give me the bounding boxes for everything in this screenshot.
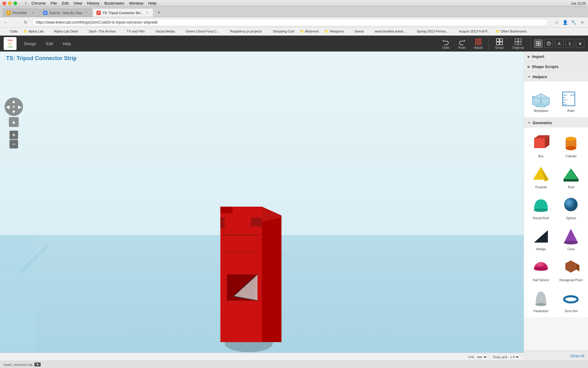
show-all-button[interactable]: Show All bbox=[570, 354, 584, 358]
bookmark-alphalab[interactable]: 📁 Alpha Lab bbox=[21, 29, 46, 34]
nav-help[interactable]: Help bbox=[60, 40, 74, 47]
shape-sphere[interactable]: Sphere bbox=[557, 192, 586, 222]
helpers-header[interactable]: ▼ Helpers bbox=[524, 72, 588, 82]
nav-edit[interactable]: Edit bbox=[43, 40, 55, 47]
tinkercad-logo[interactable]: TINK ER CAD bbox=[4, 37, 17, 50]
redo-button[interactable]: Redo bbox=[456, 37, 468, 51]
minimize-button[interactable] bbox=[8, 2, 12, 5]
bookmark-spring[interactable]: 📄 Spring 2013 Perma... bbox=[409, 29, 451, 34]
bookmark-green-cloud[interactable]: 📄 Green Cloud Food C... bbox=[178, 29, 222, 34]
zoom-in-button[interactable]: + bbox=[9, 131, 18, 139]
nav-design[interactable]: Design bbox=[21, 40, 39, 47]
new-tab-button[interactable]: + bbox=[155, 8, 163, 17]
bookmark-allotment[interactable]: 📁 Allotment bbox=[297, 29, 321, 34]
grid-view-icon[interactable] bbox=[534, 39, 543, 48]
bookmark-raspberry[interactable]: 📄 Raspberry pi projects bbox=[223, 29, 265, 34]
tab-close-plex[interactable]: × bbox=[31, 11, 35, 15]
tab-close-ts[interactable]: × bbox=[145, 11, 149, 15]
roof-preview bbox=[560, 163, 582, 184]
unit-selector[interactable]: Unit mm in cm bbox=[468, 354, 488, 360]
undo-button[interactable]: Undo bbox=[440, 37, 452, 51]
right-panel: ▶ Import ▶ Shape Scripts ▼ Helpers bbox=[524, 52, 588, 361]
menu-bookmarks[interactable]: Bookmarks bbox=[104, 1, 124, 6]
svg-marker-86 bbox=[534, 230, 548, 243]
bookmark-alphalab-dash[interactable]: 📄 Alpha Lab Dash bbox=[47, 29, 81, 34]
pyramid-label: Pyramid bbox=[535, 186, 547, 189]
bookmark-star-icon[interactable]: ☆ bbox=[553, 19, 560, 26]
autofill-icon[interactable]: 👤 bbox=[562, 19, 568, 26]
bookmark-celtx[interactable]: 📄 Celtx bbox=[2, 29, 20, 34]
status-file-name: tower_structure.obj bbox=[4, 363, 32, 366]
nav-up-button[interactable]: ▲ bbox=[9, 117, 19, 127]
nav-arrow-down[interactable]: ▼ bbox=[11, 109, 16, 115]
shape-roof[interactable]: Roof bbox=[557, 161, 586, 191]
bookmark-weapons[interactable]: 📁 Weapons bbox=[322, 29, 346, 34]
tab-plex[interactable]: P Plex/Web × bbox=[2, 8, 39, 17]
snap-selector[interactable]: Snap grid 1.0 0.5 0.1 bbox=[493, 354, 520, 360]
bookmark-bordbia[interactable]: 📄 www.bordbia.ie/ind... bbox=[367, 29, 409, 34]
tinkercad-topbar: TINK ER CAD Design Edit Help Undo Redo bbox=[0, 36, 588, 52]
status-badge[interactable]: ▼ bbox=[34, 362, 41, 366]
shape-pyramid[interactable]: Pyramid bbox=[526, 161, 556, 191]
close-button[interactable] bbox=[2, 2, 6, 5]
box-view-icon[interactable] bbox=[545, 39, 553, 48]
bookmark-other[interactable]: 📁 Other Bookmarks bbox=[493, 29, 530, 34]
ungroup-button[interactable]: Ungroup bbox=[510, 37, 526, 51]
shape-half-sphere[interactable]: Half Sphere bbox=[526, 254, 556, 284]
cylinder-preview bbox=[560, 132, 582, 153]
nav-arrow-up[interactable]: ▲ bbox=[11, 99, 16, 104]
zoom-out-button[interactable]: − bbox=[9, 140, 18, 148]
unit-dropdown[interactable]: mm in cm bbox=[475, 354, 488, 360]
bookmark-august[interactable]: 📄 August 2013 Full P... bbox=[451, 29, 492, 34]
bookmark-shopping[interactable]: 📄 Shopping Cart bbox=[265, 29, 297, 34]
snap-dropdown[interactable]: 1.0 0.5 0.1 bbox=[508, 354, 520, 360]
shape-hexagonal-prism[interactable]: Hexagonal Prism bbox=[557, 254, 586, 284]
shape-cone[interactable]: Cone bbox=[557, 223, 586, 253]
shape-wedge[interactable]: Wedge bbox=[526, 223, 556, 253]
menu-view[interactable]: View bbox=[74, 1, 82, 6]
bookmark-dash-archon[interactable]: 📄 Dash -The Archon bbox=[81, 29, 119, 34]
group-button[interactable]: Group bbox=[493, 37, 506, 51]
menu-chrome[interactable]: Chrome bbox=[32, 1, 46, 6]
bookmark-social-media[interactable]: 📄 Social Media bbox=[148, 29, 177, 34]
import-header[interactable]: ▶ Import bbox=[524, 52, 588, 61]
star-view-icon[interactable]: ★ bbox=[576, 39, 584, 48]
help-icon[interactable]: ? bbox=[74, 57, 76, 62]
number-view-icon[interactable]: 1 bbox=[565, 39, 574, 48]
back-button[interactable]: ← bbox=[2, 19, 10, 26]
menu-history[interactable]: History bbox=[87, 1, 99, 6]
refresh-button[interactable]: ↻ bbox=[22, 19, 29, 26]
geometric-header[interactable]: ▼ Geometric bbox=[524, 118, 588, 128]
menu-dots-icon[interactable]: ≡ bbox=[579, 19, 586, 26]
shape-round-roof[interactable]: Round Roof bbox=[526, 192, 556, 222]
shape-scripts-header[interactable]: ▶ Shape Scripts bbox=[524, 62, 588, 71]
fullscreen-button[interactable] bbox=[13, 2, 17, 5]
tab-close-submit[interactable]: × bbox=[84, 11, 89, 15]
adjust-button[interactable]: Adjust bbox=[472, 37, 485, 51]
helper-workplane[interactable]: W Workplane bbox=[526, 84, 556, 115]
text-view-icon[interactable]: A bbox=[555, 39, 564, 48]
tab-submit[interactable]: S Submit : Step By Step × bbox=[39, 8, 92, 17]
bookmark-tv-film[interactable]: 📄 TV and Film bbox=[119, 29, 147, 34]
shape-paraboloid[interactable]: Paraboloid bbox=[526, 285, 556, 315]
menu-edit[interactable]: Edit bbox=[62, 1, 69, 6]
viewport[interactable]: TS: Tripod Connector Strip ? ▲ ▼ ◀ ▶ ▲ +… bbox=[0, 52, 524, 361]
address-input[interactable] bbox=[32, 19, 548, 26]
shape-torus-thin[interactable]: Torus thin bbox=[557, 285, 586, 315]
nav-rotate-control[interactable]: ▲ ▼ ◀ ▶ bbox=[5, 98, 23, 116]
menu-help[interactable]: Help bbox=[148, 1, 156, 6]
shape-box[interactable]: Box bbox=[526, 130, 556, 160]
geometric-label: Geometric bbox=[533, 121, 552, 125]
menu-file[interactable]: File bbox=[51, 1, 57, 6]
bookmark-seeds[interactable]: 📄 Seeds bbox=[347, 29, 367, 34]
menu-window[interactable]: Window bbox=[129, 1, 143, 6]
forward-button[interactable]: → bbox=[12, 19, 20, 26]
helper-ruler[interactable]: mm Ruler bbox=[557, 84, 586, 115]
extension-icon[interactable]: 🔧 bbox=[570, 19, 577, 26]
nav-arrow-left[interactable]: ◀ bbox=[6, 104, 9, 110]
shape-cylinder[interactable]: Cylinder bbox=[557, 130, 586, 160]
nav-arrow-right[interactable]: ▶ bbox=[18, 104, 22, 110]
tab-ts[interactable]: T TS: Tripod Connector Stri... × bbox=[92, 8, 153, 17]
menu-apple[interactable]:  bbox=[25, 1, 27, 6]
torus-thin-preview bbox=[560, 287, 582, 308]
